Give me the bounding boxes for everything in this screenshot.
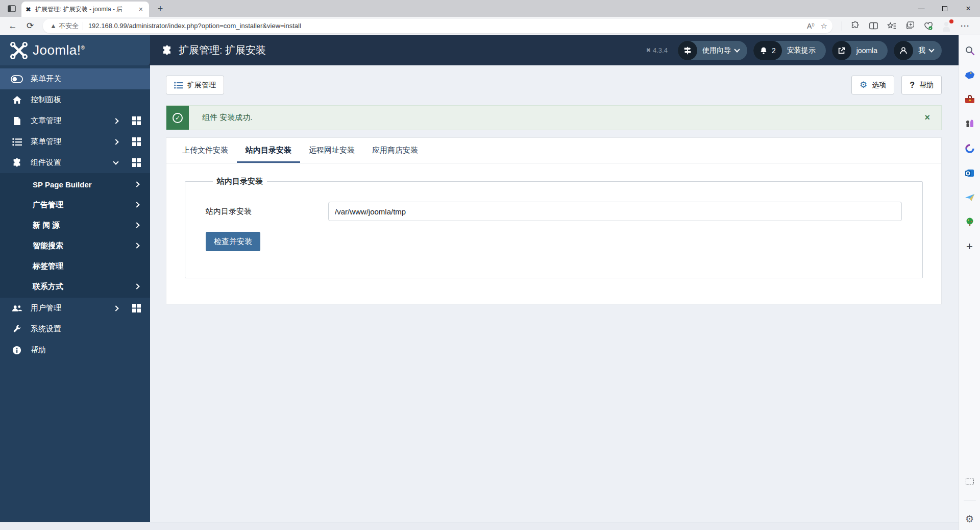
browser-essentials-icon[interactable] bbox=[923, 20, 934, 32]
tab-upload-package[interactable]: 上传文件安装 bbox=[174, 138, 237, 163]
dashboard-grid-icon[interactable] bbox=[132, 304, 141, 312]
edge-sidebar-rail: + ⚙ bbox=[959, 35, 980, 530]
sidebar-item-system[interactable]: 系统设置 bbox=[0, 319, 150, 340]
shopping-tag-icon[interactable] bbox=[964, 69, 976, 81]
maximize-button[interactable] bbox=[933, 0, 957, 17]
user-menu-button[interactable]: 我 bbox=[894, 41, 942, 60]
favorite-star-icon[interactable]: ☆ bbox=[821, 21, 827, 31]
vertical-tabs-icon bbox=[8, 5, 16, 13]
address-bar[interactable]: ▲ 不安全 192.168.0.99/administrator/index.p… bbox=[43, 19, 832, 33]
chevron-right-icon bbox=[113, 118, 118, 124]
tree-icon[interactable] bbox=[964, 216, 976, 228]
tab-install-from-folder[interactable]: 站内目录安装 bbox=[237, 138, 300, 163]
browser-tab[interactable]: ✖ 扩展管理: 扩展安装 - joomla - 后 × bbox=[21, 2, 149, 17]
check-and-install-button[interactable]: 检查并安装 bbox=[206, 232, 260, 251]
question-mark-icon: ? bbox=[910, 81, 915, 90]
guided-tour-button[interactable]: 使用向导 bbox=[678, 41, 747, 60]
tab-install-from-url[interactable]: 远程网址安装 bbox=[300, 138, 363, 163]
reload-button[interactable]: ⟳ bbox=[22, 18, 38, 34]
capture-box-icon bbox=[966, 478, 974, 485]
back-button[interactable]: ← bbox=[5, 18, 20, 34]
components-submenu: SP Page Builder 广告管理 新 闻 源 智能搜索 标签管理 联系方… bbox=[0, 173, 150, 298]
chevron-right-icon bbox=[113, 305, 118, 311]
sidebar-item-menus[interactable]: 菜单管理 bbox=[0, 131, 150, 152]
submenu-item-news-feeds[interactable]: 新 闻 源 bbox=[0, 215, 150, 235]
install-folder-row: 站内目录安装 bbox=[206, 202, 902, 221]
home-icon bbox=[10, 95, 23, 104]
new-tab-button[interactable]: + bbox=[153, 2, 167, 16]
joomla-logo-icon bbox=[10, 42, 28, 59]
post-install-messages-button[interactable]: 2 安装提示 bbox=[753, 41, 826, 60]
minimize-button[interactable]: — bbox=[910, 0, 933, 17]
external-link-icon bbox=[832, 41, 851, 60]
read-aloud-icon[interactable]: A)) bbox=[807, 22, 815, 30]
list-icon bbox=[174, 82, 183, 89]
chevron-right-icon bbox=[113, 139, 118, 144]
not-secure-warning-icon: ▲ bbox=[50, 22, 57, 30]
joomla-logo[interactable]: Joomla!® bbox=[0, 35, 150, 65]
collections-icon[interactable] bbox=[904, 20, 916, 32]
toolbox-icon[interactable] bbox=[964, 93, 976, 106]
manage-extensions-button[interactable]: 扩展管理 bbox=[166, 76, 224, 94]
help-button[interactable]: ? 帮助 bbox=[901, 76, 942, 94]
close-button[interactable]: × bbox=[957, 0, 980, 17]
check-circle-icon: ✓ bbox=[173, 113, 183, 123]
web-capture-icon[interactable] bbox=[964, 475, 976, 488]
settings-gear-icon[interactable]: ⚙ bbox=[964, 513, 976, 525]
vertical-tabs-button[interactable] bbox=[4, 2, 19, 15]
submenu-item-sp-page-builder[interactable]: SP Page Builder bbox=[0, 174, 150, 195]
joomla-favicon-icon: ✖ bbox=[26, 6, 31, 13]
info-icon bbox=[10, 346, 23, 355]
options-button[interactable]: ⚙ 选项 bbox=[851, 76, 894, 94]
chevron-down-icon bbox=[113, 159, 118, 164]
favorites-list-icon[interactable] bbox=[886, 20, 897, 32]
file-icon bbox=[10, 116, 23, 126]
sidebar-item-dashboard[interactable]: 控制面板 bbox=[0, 89, 150, 110]
alert-status-badge: ✓ bbox=[166, 106, 189, 130]
browser-toolbar: ← ⟳ ▲ 不安全 192.168.0.99/administrator/ind… bbox=[0, 17, 980, 35]
sidebar-item-components[interactable]: 组件设置 bbox=[0, 152, 150, 173]
maximize-icon bbox=[942, 6, 947, 11]
dashboard-grid-icon[interactable] bbox=[132, 158, 141, 167]
chevron-down-icon bbox=[734, 46, 740, 52]
tab-close-icon[interactable]: × bbox=[137, 5, 145, 13]
fieldset-legend: 站内目录安装 bbox=[213, 177, 267, 186]
sidebar-item-content[interactable]: 文章管理 bbox=[0, 110, 150, 131]
extensions-puzzle-icon[interactable] bbox=[849, 20, 861, 32]
dashboard-grid-icon[interactable] bbox=[132, 116, 141, 125]
profile-avatar[interactable] bbox=[941, 20, 952, 32]
chevron-right-icon bbox=[134, 181, 139, 187]
wrench-icon bbox=[10, 325, 23, 334]
success-alert: ✓ 组件 安装成功. × bbox=[166, 105, 942, 130]
alert-close-icon[interactable]: × bbox=[913, 106, 941, 130]
submenu-item-tags[interactable]: 标签管理 bbox=[0, 256, 150, 276]
puzzle-icon bbox=[10, 158, 23, 168]
manage-extensions-label: 扩展管理 bbox=[187, 81, 216, 90]
split-screen-icon[interactable] bbox=[868, 20, 879, 32]
tab-install-from-web[interactable]: 应用商店安装 bbox=[363, 138, 427, 163]
sidebar-item-users[interactable]: 用户管理 bbox=[0, 298, 150, 319]
m365-icon[interactable] bbox=[964, 142, 976, 155]
main-content: 扩展管理 ⚙ 选项 ? 帮助 ✓ 组件 安装成功. bbox=[150, 65, 959, 522]
preview-site-button[interactable]: joomla bbox=[832, 41, 888, 60]
install-folder-input[interactable] bbox=[328, 202, 902, 221]
page-title: 扩展管理: 扩展安装 bbox=[179, 43, 266, 57]
drop-plane-icon[interactable] bbox=[964, 191, 976, 204]
sidebar-item-help[interactable]: 帮助 bbox=[0, 340, 150, 360]
joomla-logo-text: Joomla!® bbox=[33, 42, 85, 58]
plus-icon[interactable]: + bbox=[964, 240, 976, 253]
submenu-item-contacts[interactable]: 联系方式 bbox=[0, 276, 150, 297]
outlook-icon[interactable] bbox=[964, 167, 976, 179]
submenu-item-smart-search[interactable]: 智能搜索 bbox=[0, 235, 150, 256]
options-label: 选项 bbox=[872, 81, 886, 90]
joomla-version: ✖ 4.3.4 bbox=[646, 46, 668, 54]
dashboard-grid-icon[interactable] bbox=[132, 137, 141, 146]
browser-menu-icon[interactable]: ··· bbox=[960, 20, 971, 32]
sidebar-item-menu-toggle[interactable]: 菜单开关 bbox=[0, 68, 150, 89]
submenu-item-banners[interactable]: 广告管理 bbox=[0, 195, 150, 215]
search-icon[interactable] bbox=[964, 44, 976, 57]
install-folder-label: 站内目录安装 bbox=[206, 207, 328, 216]
games-icon[interactable] bbox=[964, 118, 976, 130]
bottom-scrollbar-strip[interactable] bbox=[0, 522, 959, 530]
url-text[interactable]: 192.168.0.99/administrator/index.php?opt… bbox=[88, 22, 801, 30]
